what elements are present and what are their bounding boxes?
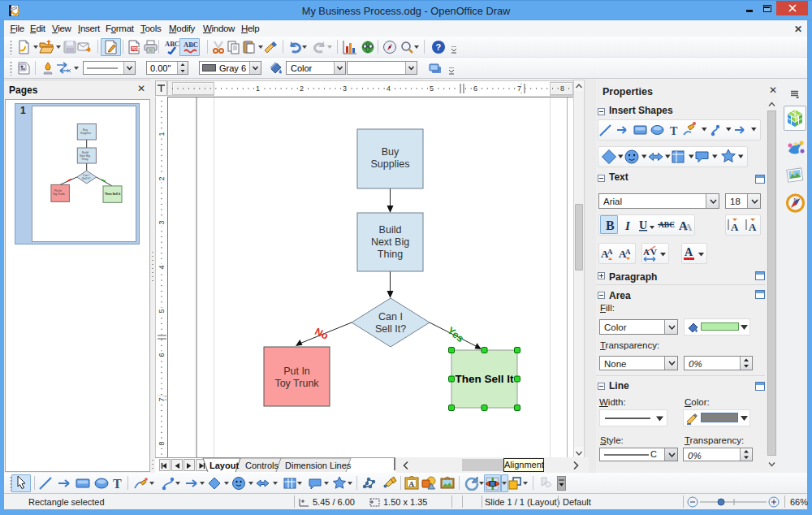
svg-text:T: T [670,125,678,137]
svg-text:ABC: ABC [184,41,198,49]
svg-text:Supplies: Supplies [371,158,410,170]
svg-text:Thing: Thing [81,158,89,161]
svg-text:A: A [685,246,693,258]
svg-text:Dimension Lines: Dimension Lines [285,461,352,470]
svg-text:?: ? [436,42,442,52]
svg-text:N: N [794,197,797,202]
svg-text:No: No [313,326,330,342]
svg-text:A: A [607,248,613,256]
svg-text:A: A [685,221,693,233]
svg-text:U: U [639,219,647,232]
svg-text:A: A [625,248,631,256]
svg-text:Can I: Can I [378,311,403,322]
svg-text:I: I [624,219,631,232]
svg-text:ABC: ABC [165,40,179,48]
svg-text:Controls: Controls [245,461,279,470]
svg-text:Toy Trunk: Toy Trunk [53,193,65,196]
svg-text:B: B [606,219,615,232]
svg-text:A: A [749,221,757,233]
svg-text:Then Sell It: Then Sell It [105,193,121,196]
svg-text:Put In: Put In [283,366,310,377]
svg-text:Then Sell It: Then Sell It [455,373,514,385]
svg-text:Sell It?: Sell It? [375,323,406,335]
svg-text:T: T [113,477,122,491]
svg-text:Sell It?: Sell It? [82,177,90,180]
svg-text:A: A [731,221,739,233]
svg-text:Layout: Layout [209,461,239,470]
svg-text:A: A [409,480,415,488]
svg-text:PDF: PDF [132,46,140,51]
svg-text:Thing: Thing [378,249,403,260]
svg-text:Toy Trunk: Toy Trunk [274,378,319,389]
svg-text:Yes: Yes [445,325,466,344]
svg-text:Supplies: Supplies [80,132,91,135]
svg-text:Build: Build [379,224,402,236]
svg-text:Buy: Buy [382,146,400,158]
svg-text:Next Big: Next Big [371,236,409,248]
